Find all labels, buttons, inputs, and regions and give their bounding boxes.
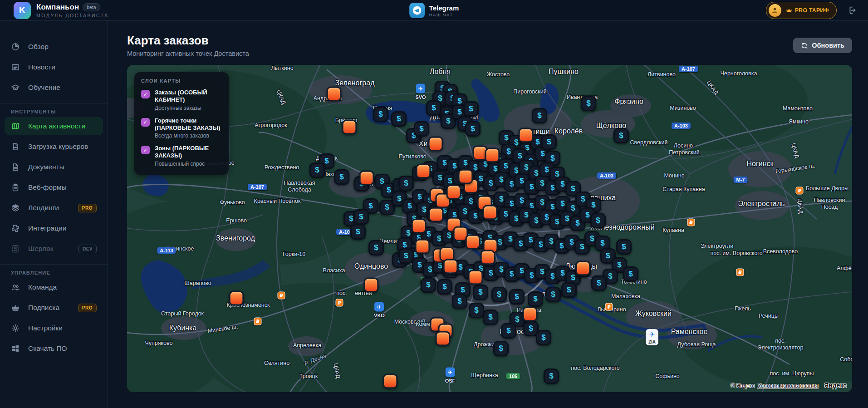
main-content: Карта заказов Мониторинг активных точек …	[108, 21, 868, 408]
hot-point-marker[interactable]	[327, 87, 342, 102]
order-marker[interactable]: $	[426, 100, 441, 116]
order-marker[interactable]: $	[414, 121, 429, 137]
sidebar-item-obuchenie[interactable]: Обучение	[5, 79, 103, 97]
sidebar-nav: ОбзорНовостиОбучениеИНСТРУМЕНТЫКарта акт…	[0, 21, 108, 408]
refresh-button[interactable]: Обновить	[793, 38, 852, 53]
order-marker[interactable]: $	[493, 341, 509, 356]
road-badge: 105	[506, 373, 520, 379]
hot-point-marker[interactable]	[359, 171, 374, 186]
order-marker[interactable]: $	[373, 107, 388, 122]
hot-point-marker[interactable]	[342, 120, 357, 135]
order-marker[interactable]: $	[545, 287, 561, 302]
order-marker[interactable]: $	[437, 279, 452, 295]
map-place-label: пос. им. Цюрупы	[770, 370, 814, 377]
layer-toggle-1[interactable]: ✓Заказы (ОСОБЫЙ КАБИНЕТ)Доступные заказы	[141, 89, 222, 111]
order-marker[interactable]: $	[623, 266, 638, 282]
order-marker[interactable]: $	[350, 224, 366, 240]
hot-point-marker[interactable]	[458, 169, 473, 184]
order-marker[interactable]: $	[509, 289, 525, 305]
hot-point-marker[interactable]	[436, 331, 451, 346]
order-marker[interactable]: $	[616, 239, 632, 255]
order-marker[interactable]: $	[561, 282, 577, 298]
order-marker[interactable]: $	[421, 277, 436, 293]
map-place-label: Павловская Слобода	[284, 180, 315, 193]
ruble-poi-icon: ₽	[254, 318, 262, 325]
checkbox-checked-icon[interactable]: ✓	[141, 146, 150, 154]
hot-point-marker[interactable]	[383, 374, 398, 389]
order-marker[interactable]: $	[398, 248, 414, 264]
map-place-label: Ямкино	[789, 118, 809, 125]
map-place-label: Монино	[664, 172, 684, 179]
sidebar-item-karta-aktivnosti[interactable]: Карта активности	[5, 117, 103, 135]
sidebar-item-skachat-po[interactable]: Скачать ПО	[5, 339, 103, 358]
hot-point-marker[interactable]	[485, 148, 500, 163]
sidebar-item-dokumenty[interactable]: Документы	[5, 158, 103, 176]
order-marker[interactable]: $	[391, 111, 407, 127]
order-marker[interactable]: $	[532, 108, 547, 123]
hot-point-marker[interactable]	[576, 261, 591, 276]
order-marker[interactable]: $	[469, 303, 484, 318]
orders-map[interactable]: {"":""}	[127, 65, 852, 392]
map-place-label: Дубовая Роща	[677, 341, 716, 348]
order-marker[interactable]: $	[465, 121, 481, 137]
hot-point-marker[interactable]	[415, 239, 430, 254]
sidebar-item-zagruzka-kurerov[interactable]: Загрузка курьеров	[5, 138, 103, 156]
hot-point-marker[interactable]	[446, 185, 461, 200]
hot-point-marker[interactable]	[428, 137, 443, 152]
checkbox-checked-icon[interactable]: ✓	[141, 118, 150, 127]
hot-point-marker[interactable]	[412, 219, 427, 234]
layer-toggle-2[interactable]: ✓Горячие точки (ПАРКОВЫЕ ЗАКАЗЫ)Всегда м…	[141, 117, 222, 139]
layer-toggle-3[interactable]: ✓Зоны (ПАРКОВЫЕ ЗАКАЗЫ)Повышенный спрос	[141, 145, 222, 167]
order-marker[interactable]: $	[473, 285, 488, 300]
sidebar-item-integracii[interactable]: Интеграции	[5, 219, 103, 237]
order-marker[interactable]: $	[452, 294, 467, 309]
sidebar-item-obzor[interactable]: Обзор	[5, 38, 103, 56]
hot-point-marker[interactable]	[229, 291, 244, 306]
pro-tariff-button[interactable]: PRO ТАРИФ	[766, 2, 837, 19]
sidebar-item-label: Лендинги	[28, 204, 59, 212]
sidebar-item-label: Обучение	[28, 84, 60, 92]
sidebar-item-veb-formy[interactable]: Веб-формы	[5, 178, 103, 197]
hot-point-marker[interactable]	[483, 205, 498, 220]
order-marker[interactable]: $	[581, 96, 596, 111]
sidebar-item-nastroyki[interactable]: Настройки	[5, 319, 103, 337]
order-marker[interactable]: $	[368, 240, 384, 256]
order-marker[interactable]: $	[491, 287, 507, 302]
hot-point-marker[interactable]	[429, 207, 444, 222]
hot-point-marker[interactable]	[523, 307, 538, 322]
order-marker[interactable]: $	[613, 128, 629, 143]
order-marker[interactable]: $	[541, 134, 557, 150]
hot-point-marker[interactable]	[443, 259, 458, 274]
order-marker[interactable]: $	[334, 169, 349, 185]
hot-point-marker[interactable]	[468, 270, 483, 285]
sidebar-item-komanda[interactable]: Команда	[5, 278, 103, 296]
order-marker[interactable]: $	[544, 369, 559, 384]
order-marker[interactable]: $	[501, 323, 516, 339]
terms-of-use-link[interactable]: Условия использования	[758, 383, 818, 389]
sidebar-item-novosti[interactable]: Новости	[5, 58, 103, 76]
map-layers-panel: СЛОИ КАРТЫ ✓Заказы (ОСОБЫЙ КАБИНЕТ)Досту…	[134, 72, 229, 175]
order-marker[interactable]: $	[353, 209, 369, 225]
map-place-label: Всеволодово	[763, 248, 798, 255]
sidebar-item-podpiska[interactable]: ПодпискаPRO	[5, 299, 103, 317]
map-place-label: Щербинка	[471, 372, 498, 379]
hot-point-marker[interactable]	[416, 164, 431, 179]
order-marker[interactable]: $	[309, 162, 325, 178]
sidebar-item-lendingi[interactable]: ЛендингиPRO	[5, 199, 103, 217]
order-marker[interactable]: $	[591, 275, 607, 291]
hot-point-marker[interactable]	[466, 235, 481, 250]
hot-point-marker[interactable]	[481, 250, 495, 265]
order-marker[interactable]: $	[483, 310, 498, 325]
order-marker[interactable]: $	[463, 101, 479, 117]
order-marker[interactable]: $	[590, 213, 606, 228]
logout-icon[interactable]	[847, 5, 856, 15]
order-marker[interactable]: $	[536, 330, 551, 345]
hot-point-marker[interactable]	[364, 278, 379, 293]
checkbox-checked-icon[interactable]: ✓	[141, 90, 150, 98]
map-place-label: Электросталь	[738, 199, 785, 208]
telegram-link[interactable]: Telegram НАШ ЧАТ	[409, 0, 459, 21]
hot-point-marker[interactable]	[519, 128, 534, 143]
order-marker[interactable]: $	[398, 176, 414, 191]
order-marker[interactable]: $	[528, 291, 543, 307]
layers-panel-title: СЛОИ КАРТЫ	[141, 78, 222, 84]
